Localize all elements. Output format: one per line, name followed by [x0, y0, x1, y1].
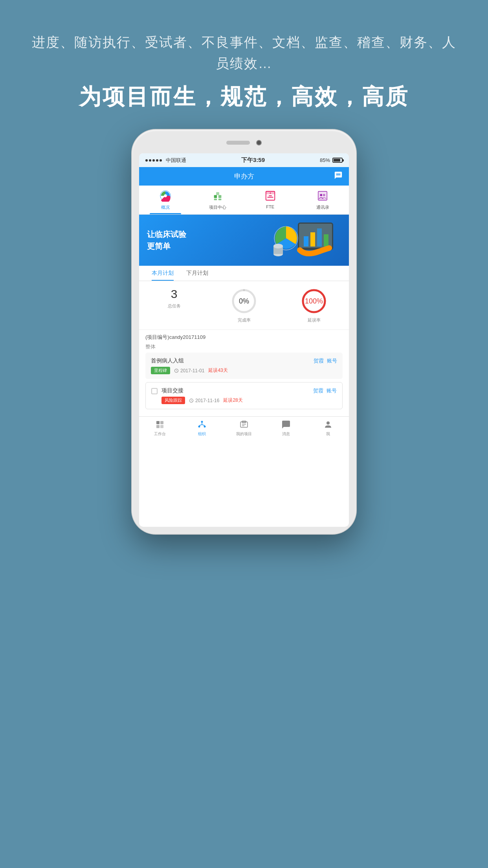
content-tab-this-month[interactable]: 本月计划 — [145, 266, 180, 281]
phone-camera — [256, 140, 262, 145]
svg-rect-21 — [324, 234, 328, 246]
delay-circle: 100% — [300, 287, 328, 315]
nav-tabs: 概况 项目中心 — [139, 186, 349, 215]
svg-point-36 — [204, 426, 206, 428]
app-header: 申办方 — [139, 167, 349, 186]
task-1-delay: 延误43天 — [208, 367, 227, 374]
completion-rate-label: 完成率 — [238, 317, 251, 323]
signal-dot-5 — [160, 159, 162, 162]
task-2-content: 项目交接 贺霞 账号 风险跟踪 2017-11-16 — [161, 387, 337, 404]
task-1-assignee-2[interactable]: 账号 — [327, 357, 337, 364]
content-tabs: 本月计划 下月计划 — [139, 266, 349, 281]
bottom-nav-messages-label: 消息 — [282, 431, 290, 437]
task-2-date-text: 2017-11-16 — [195, 398, 219, 403]
task-1-assignees: 贺霞 账号 — [314, 357, 337, 364]
nav-tab-fte[interactable]: FTE — [244, 189, 297, 214]
svg-rect-19 — [310, 232, 315, 246]
signal-dot-3 — [152, 159, 155, 162]
svg-point-14 — [320, 194, 323, 196]
nav-tab-contacts[interactable]: 通讯录 — [297, 189, 349, 214]
battery-percent: 85% — [320, 157, 330, 163]
task-2-checkbox[interactable] — [151, 388, 158, 394]
svg-line-38 — [199, 425, 202, 426]
task-1-tag: 里程碑 — [151, 367, 170, 374]
nav-tab-overview[interactable]: 概况 — [139, 189, 192, 214]
nav-tab-project-label: 项目中心 — [209, 204, 226, 210]
me-icon — [323, 419, 334, 430]
task-2-meta: 风险跟踪 2017-11-16 延误28天 — [161, 397, 337, 404]
task-2-assignee-1[interactable]: 贺霞 — [313, 387, 323, 394]
task-1-header: 首例病人入组 贺霞 账号 — [151, 357, 337, 364]
task-1-assignee-1[interactable]: 贺霞 — [314, 357, 324, 364]
phone-speaker — [226, 141, 250, 145]
svg-rect-3 — [218, 195, 222, 198]
task-1-name: 首例病人入组 — [151, 357, 184, 364]
svg-rect-33 — [160, 425, 163, 428]
phone-wrapper: 中国联通 下午3:59 85% 申办方 — [132, 130, 356, 534]
task-2-date: 2017-11-16 — [189, 398, 219, 403]
svg-rect-20 — [317, 228, 322, 246]
task-1-date-text: 2017-11-01 — [180, 368, 204, 373]
bottom-nav-my-projects[interactable]: 我的项目 — [223, 419, 265, 437]
total-tasks-value: 3 — [171, 287, 178, 301]
my-projects-icon — [238, 419, 250, 430]
svg-point-15 — [323, 194, 325, 196]
bottom-nav-me[interactable]: 我 — [307, 419, 349, 437]
banner-text: 让临床试验更简单 — [147, 228, 186, 252]
svg-point-25 — [273, 244, 283, 248]
bottom-nav-org[interactable]: 组织 — [181, 419, 223, 437]
task-2-name: 项目交接 — [161, 387, 183, 394]
signal-dots — [145, 159, 162, 162]
project-section: (项目编号)candy20171109 整体 首例病人入组 贺霞 账号 里程碑 — [139, 330, 349, 416]
task-2-assignees: 贺霞 账号 — [313, 387, 337, 394]
bottom-nav-workbench[interactable]: 工作台 — [139, 419, 181, 437]
app-title: 申办方 — [234, 172, 254, 181]
task-2-delay: 延误28天 — [223, 397, 242, 404]
delay-rate-value: 100% — [305, 297, 323, 305]
signal-dot-4 — [156, 159, 158, 162]
svg-point-1 — [164, 194, 167, 197]
battery-fill — [334, 159, 340, 162]
signal-dot-1 — [145, 159, 148, 162]
phone-top-bar — [139, 137, 349, 149]
bottom-nav-org-label: 组织 — [198, 431, 206, 437]
stat-total-tasks: 3 总任务 — [139, 287, 209, 323]
total-tasks-label: 总任务 — [168, 303, 181, 309]
bg-title: 为项目而生，规范，高效，高质 — [31, 82, 457, 112]
project-icon — [211, 189, 225, 203]
svg-line-39 — [202, 425, 205, 426]
stat-delay-rate: 100% 延误率 — [279, 287, 349, 323]
battery-icon — [332, 158, 343, 163]
svg-rect-32 — [156, 425, 160, 428]
task-item-2: 项目交接 贺霞 账号 风险跟踪 2017-11-16 — [145, 382, 343, 409]
content-tab-next-month[interactable]: 下月计划 — [180, 266, 215, 281]
bottom-nav-messages[interactable]: 消息 — [265, 419, 307, 437]
svg-rect-12 — [318, 191, 327, 200]
contacts-icon — [316, 189, 330, 203]
svg-rect-2 — [214, 195, 217, 198]
delay-rate-label: 延误率 — [308, 317, 321, 323]
completion-circle: 0% — [230, 287, 258, 315]
carrier-label: 中国联通 — [166, 157, 186, 164]
stat-completion-rate: 0% 完成率 — [209, 287, 279, 323]
svg-point-34 — [201, 421, 203, 423]
signal-dot-2 — [149, 159, 151, 162]
stats-row: 3 总任务 0% 完成率 — [139, 281, 349, 330]
svg-rect-30 — [156, 421, 160, 424]
phone-shell: 中国联通 下午3:59 85% 申办方 — [132, 130, 356, 534]
background-text-area: 进度、随访执行、受试者、不良事件、文档、监查、稽查、财务、人员绩效… 为项目而生… — [0, 31, 488, 112]
banner-illustration — [266, 219, 345, 266]
svg-rect-5 — [214, 199, 217, 200]
task-1-meta: 里程碑 2017-11-01 延误43天 — [151, 367, 337, 374]
task-2-header: 项目交接 贺霞 账号 — [161, 387, 337, 394]
bottom-nav-my-projects-label: 我的项目 — [236, 431, 252, 437]
chat-icon[interactable] — [334, 171, 343, 182]
time-label: 下午3:59 — [241, 156, 265, 164]
nav-tab-project[interactable]: 项目中心 — [192, 189, 244, 214]
task-2-assignee-2[interactable]: 账号 — [327, 387, 337, 394]
bottom-nav: 工作台 组织 — [139, 416, 349, 439]
completion-rate-value: 0% — [239, 297, 249, 305]
svg-rect-6 — [218, 199, 222, 200]
bg-subtitle: 进度、随访执行、受试者、不良事件、文档、监查、稽查、财务、人员绩效… — [31, 31, 457, 74]
phone-screen: 中国联通 下午3:59 85% 申办方 — [139, 153, 349, 527]
